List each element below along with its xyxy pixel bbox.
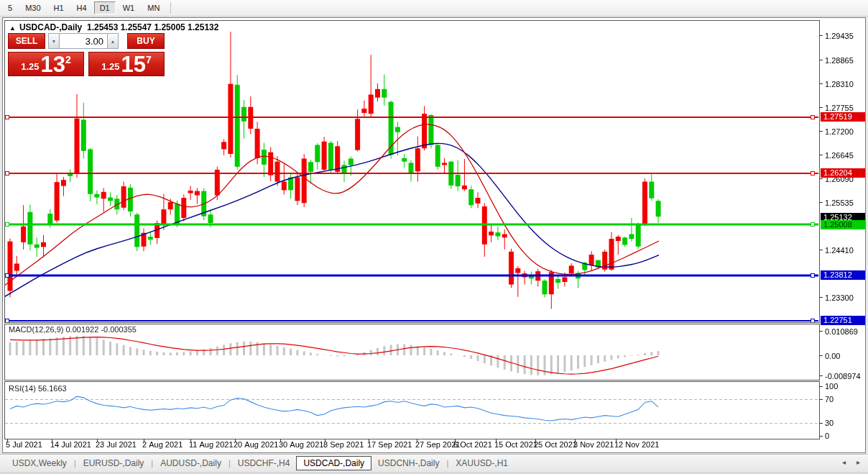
timeframe-button-W1[interactable]: W1	[117, 1, 141, 14]
buy-price-base: 1.25	[101, 61, 119, 72]
chart-tabbar: USDX,Weekly|EURUSD-,Daily|AUDUSD-,Daily|…	[0, 454, 868, 472]
volume-input[interactable]: 3.00	[60, 33, 107, 49]
toolbar-separator	[170, 2, 171, 14]
buy-price-button[interactable]: 1.25 15 7	[88, 52, 165, 76]
price-badge-1.25008: 1.25008	[821, 220, 865, 229]
volume-increase-icon[interactable]: ▲	[107, 33, 119, 49]
buy-button[interactable]: BUY	[127, 33, 165, 49]
timeframe-button-M30[interactable]: M30	[19, 1, 46, 14]
chart-title-symbol: USDCAD-,Daily	[19, 22, 82, 32]
price-badge-1.23812: 1.23812	[821, 270, 865, 280]
sell-button[interactable]: SELL	[8, 33, 45, 49]
buy-price-sup: 7	[146, 54, 152, 65]
collapse-triangle-icon[interactable]: ▲	[9, 24, 16, 32]
chart-tab-usdxweekly[interactable]: USDX,Weekly	[6, 456, 73, 470]
tab-separator: |	[228, 459, 231, 468]
timeframe-toolbar: 5M30H1H4D1W1MN	[0, 0, 868, 17]
timeframe-button-H4[interactable]: H4	[71, 1, 93, 14]
one-click-trading-panel: SELL ▼ 3.00 ▲ BUY 1.25 13 2 1.25 15 7	[8, 33, 165, 76]
rsi-label: RSI(14) 56.1663	[9, 384, 67, 393]
chart-title-ohlc: 1.25453 1.25547 1.25005 1.25132	[87, 22, 219, 32]
price-badge-1.26204: 1.26204	[821, 168, 865, 178]
timeframe-button-5[interactable]: 5	[2, 1, 18, 14]
volume-stepper: ▼ 3.00 ▲	[48, 33, 119, 49]
timeframe-button-MN[interactable]: MN	[142, 1, 165, 14]
tab-scroll-right-icon[interactable]: ▸	[857, 458, 860, 466]
chart-tab-usdchfh4[interactable]: USDCHF-,H4	[231, 456, 297, 470]
price-badge-1.22751: 1.22751	[821, 316, 865, 325]
buy-price-big: 15	[121, 55, 146, 74]
chart-tab-audusddaily[interactable]: AUDUSD-,Daily	[154, 456, 228, 470]
chart-tab-usdcnhdaily[interactable]: USDCNH-,Daily	[371, 456, 445, 470]
price-badge-1.27519: 1.27519	[821, 112, 865, 122]
sell-price-sup: 2	[65, 54, 71, 65]
tab-separator: |	[446, 459, 448, 468]
timeframe-button-H1[interactable]: H1	[48, 1, 70, 14]
sell-price-button[interactable]: 1.25 13 2	[8, 52, 84, 76]
sell-price-base: 1.25	[21, 61, 39, 72]
chart-title: ▲USDCAD-,Daily 1.25453 1.25547 1.25005 1…	[9, 22, 218, 32]
tab-separator: |	[151, 459, 153, 468]
tab-scroll-left-icon[interactable]: ◂	[842, 458, 846, 466]
chart-tab-xauusdh1[interactable]: XAUUSD-,H1	[449, 456, 514, 470]
volume-decrease-icon[interactable]: ▼	[48, 33, 60, 49]
chart-tab-usdcaddaily[interactable]: USDCAD-,Daily	[296, 456, 371, 470]
timeframe-button-D1[interactable]: D1	[94, 1, 116, 14]
sell-price-big: 13	[41, 55, 65, 74]
tab-separator: |	[74, 459, 76, 468]
macd-label: MACD(12,26,9) 0.001922 -0.000355	[9, 325, 137, 334]
chart-tab-eurusddaily[interactable]: EURUSD-,Daily	[77, 456, 151, 470]
